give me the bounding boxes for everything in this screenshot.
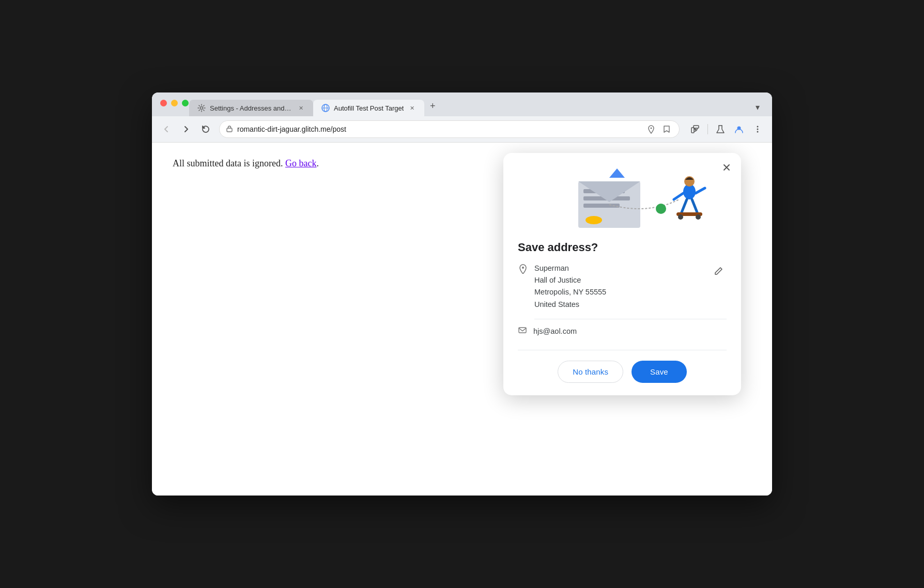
info-divider	[534, 319, 727, 319]
address-right-icons	[645, 123, 673, 135]
traffic-lights	[160, 100, 189, 106]
email-address: hjs@aol.com	[533, 327, 577, 335]
dialog-title: Save address?	[518, 241, 727, 254]
profile-button[interactable]	[731, 121, 747, 137]
svg-point-18	[656, 204, 666, 214]
address-name: Superman	[534, 262, 704, 274]
address-line2: Metropolis, NY 55555	[534, 286, 704, 298]
settings-tab-label: Settings - Addresses and mo	[210, 104, 292, 112]
more-menu-button[interactable]	[749, 121, 766, 137]
address-line1: Hall of Justice	[534, 274, 704, 286]
svg-point-25	[522, 267, 524, 269]
no-thanks-button[interactable]: No thanks	[558, 361, 623, 383]
svg-point-19	[586, 216, 602, 224]
dialog-body: Save address? Superman Hall of Justice M…	[503, 241, 741, 337]
tab-autofill[interactable]: Autofill Test Post Target ✕	[313, 100, 424, 116]
svg-point-5	[651, 128, 652, 129]
settings-tab-icon	[197, 104, 206, 112]
dialog-close-button[interactable]	[718, 159, 735, 176]
svg-rect-26	[519, 328, 526, 333]
forward-button[interactable]	[178, 121, 194, 137]
browser-window: Settings - Addresses and mo ✕ Autofill T…	[152, 92, 772, 496]
maximize-traffic-light[interactable]	[182, 100, 189, 106]
autofill-tab-icon	[321, 104, 330, 112]
svg-rect-7	[694, 126, 699, 128]
email-info: hjs@aol.com	[518, 326, 727, 337]
edit-address-button[interactable]	[710, 262, 727, 279]
svg-marker-17	[609, 168, 625, 178]
back-button[interactable]	[158, 121, 175, 137]
address-bar[interactable]: romantic-dirt-jaguar.glitch.me/post	[219, 120, 680, 138]
reload-button[interactable]	[197, 121, 214, 137]
svg-point-24	[696, 214, 701, 220]
svg-rect-4	[227, 128, 232, 132]
save-address-dialog: Save address? Superman Hall of Justice M…	[503, 153, 741, 395]
page-content: All submitted data is ignored. Go back.	[152, 143, 772, 496]
email-icon	[518, 326, 527, 337]
dialog-divider	[518, 350, 727, 350]
nav-right-icons	[687, 121, 766, 137]
location-icon-button[interactable]	[645, 123, 657, 135]
address-info: Superman Hall of Justice Metropolis, NY …	[518, 262, 727, 311]
address-security-icon	[226, 125, 233, 134]
dialog-actions: No thanks Save	[503, 361, 741, 383]
extensions-button[interactable]	[687, 121, 703, 137]
address-line3: United States	[534, 299, 704, 311]
url-text: romantic-dirt-jaguar.glitch.me/post	[237, 125, 641, 133]
nav-bar: romantic-dirt-jaguar.glitch.me/post	[152, 116, 772, 143]
settings-tab-close[interactable]: ✕	[297, 104, 305, 112]
title-bar: Settings - Addresses and mo ✕ Autofill T…	[152, 92, 772, 116]
new-tab-button[interactable]: +	[424, 98, 441, 114]
nav-divider	[707, 124, 708, 134]
dialog-illustration	[503, 153, 741, 241]
tab-dropdown-button[interactable]: ▾	[749, 99, 766, 115]
bookmark-icon-button[interactable]	[660, 123, 673, 135]
save-button[interactable]: Save	[632, 361, 687, 383]
tab-bar: Settings - Addresses and mo ✕ Autofill T…	[189, 98, 441, 116]
svg-point-10	[757, 126, 759, 128]
go-back-link[interactable]: Go back	[285, 158, 316, 168]
lab-icon-button[interactable]	[712, 121, 729, 137]
minimize-traffic-light[interactable]	[171, 100, 178, 106]
autofill-tab-close[interactable]: ✕	[408, 104, 416, 112]
svg-point-11	[757, 129, 759, 130]
close-traffic-light[interactable]	[160, 100, 167, 106]
svg-point-12	[757, 131, 759, 133]
location-pin-icon	[518, 264, 528, 276]
tab-settings[interactable]: Settings - Addresses and mo ✕	[189, 100, 313, 116]
svg-point-0	[201, 107, 203, 110]
svg-point-23	[678, 214, 683, 220]
address-text-block: Superman Hall of Justice Metropolis, NY …	[534, 262, 704, 311]
autofill-tab-label: Autofill Test Post Target	[334, 104, 404, 112]
